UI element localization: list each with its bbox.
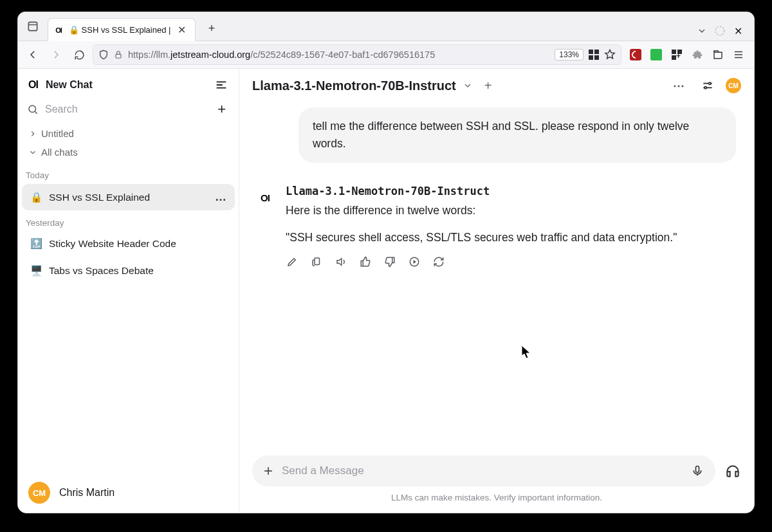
headphones-icon[interactable] <box>724 463 741 479</box>
url-text: https://llm.jetstream-cloud.org/c/52524c… <box>128 50 435 60</box>
svg-point-1 <box>715 26 724 35</box>
attach-button[interactable]: + <box>264 462 273 480</box>
app-logo[interactable]: OI <box>28 79 38 91</box>
address-bar[interactable]: https://llm.jetstream-cloud.org/c/52524c… <box>93 44 621 65</box>
edit-icon[interactable] <box>286 255 299 268</box>
extensions-puzzle-icon[interactable] <box>691 48 704 61</box>
chat-item[interactable]: 🖥️ Tabs vs Spaces Debate <box>22 259 235 283</box>
header-user-avatar[interactable]: CM <box>726 78 741 93</box>
recent-history-button[interactable] <box>22 15 44 37</box>
app-content: OI New Chat + Untitled All c <box>18 69 754 513</box>
search-icon <box>27 104 39 115</box>
svg-rect-0 <box>28 22 37 30</box>
forward-button[interactable] <box>46 45 66 64</box>
svg-rect-2 <box>116 54 121 58</box>
chat-item[interactable]: 🔝 Sticky Website Header Code <box>22 232 235 256</box>
chat-item-emoji: 🔝 <box>30 238 42 250</box>
message-actions <box>286 255 735 268</box>
chat-item-title: SSH vs SSL Explained <box>49 192 150 203</box>
main-pane: Llama-3.1-Nemotron-70B-Instruct + ⋯ CM t… <box>239 69 754 513</box>
qr-icon[interactable] <box>589 50 599 60</box>
settings-sliders-icon[interactable] <box>701 79 714 92</box>
downloads-icon[interactable] <box>712 48 724 61</box>
assistant-message: OI Llama-3.1-Nemotron-70B-Instruct Here … <box>250 182 739 271</box>
user-avatar: CM <box>28 482 50 504</box>
window-close-button[interactable]: ✕ <box>732 25 744 37</box>
protection-dashboard-icon[interactable] <box>714 25 726 37</box>
sidebar: OI New Chat + Untitled All c <box>18 69 239 513</box>
tab-strip: OI 🔒 SSH vs SSL Explained | ✕ + ✕ <box>18 12 754 41</box>
conversation-header: Llama-3.1-Nemotron-70B-Instruct + ⋯ CM <box>239 69 754 98</box>
url-toolbar: https://llm.jetstream-cloud.org/c/52524c… <box>18 41 754 69</box>
ublock-icon[interactable] <box>629 48 642 61</box>
sidebar-collapse-icon[interactable] <box>214 78 228 92</box>
user-message-text: tell me the difference between SSH and S… <box>313 120 689 150</box>
user-message[interactable]: tell me the difference between SSH and S… <box>299 107 736 163</box>
thumbs-down-icon[interactable] <box>383 255 396 268</box>
chat-item-emoji: 🖥️ <box>30 265 42 277</box>
copy-icon[interactable] <box>310 255 323 268</box>
disclaimer-text: LLMs can make mistakes. Verify important… <box>252 493 741 502</box>
user-account-button[interactable]: CM Chris Martin <box>18 473 239 513</box>
chat-item-title: Tabs vs Spaces Debate <box>49 265 154 277</box>
extension-green-icon[interactable] <box>650 48 663 61</box>
section-yesterday-label: Yesterday <box>18 212 239 230</box>
svg-point-3 <box>29 105 36 113</box>
new-tab-button[interactable]: + <box>202 19 221 38</box>
back-button[interactable] <box>23 45 42 64</box>
new-chat-button[interactable]: New Chat <box>46 79 207 91</box>
search-input[interactable] <box>45 104 207 115</box>
browser-tab[interactable]: OI 🔒 SSH vs SSL Explained | ✕ <box>48 18 196 41</box>
speak-icon[interactable] <box>335 255 347 268</box>
svg-point-4 <box>709 82 711 84</box>
all-chats-toggle[interactable]: All chats <box>23 143 234 161</box>
lock-icon[interactable] <box>114 50 123 59</box>
section-today-label: Today <box>18 164 239 183</box>
svg-rect-8 <box>696 466 699 473</box>
browser-window: OI 🔒 SSH vs SSL Explained | ✕ + ✕ https:… <box>17 12 755 513</box>
conversation-more-button[interactable]: ⋯ <box>673 78 686 93</box>
thumbs-up-icon[interactable] <box>359 255 372 268</box>
svg-point-5 <box>704 87 706 89</box>
shield-icon[interactable] <box>98 50 109 60</box>
chat-item-emoji: 🔒 <box>30 192 42 203</box>
list-tabs-button[interactable] <box>696 25 708 37</box>
hamburger-menu-icon[interactable] <box>732 48 745 61</box>
close-tab-button[interactable]: ✕ <box>176 24 187 36</box>
bookmark-star-icon[interactable] <box>604 49 616 60</box>
untitled-folder[interactable]: Untitled <box>23 124 234 143</box>
addons-grid-icon[interactable] <box>670 48 683 61</box>
composer: + LLMs can make mistakes. Verify importa… <box>239 450 754 513</box>
conversation-scroll[interactable]: tell me the difference between SSH and S… <box>239 98 754 450</box>
mic-icon[interactable] <box>691 464 704 477</box>
svg-rect-6 <box>315 258 320 265</box>
assistant-message-text[interactable]: Here is the difference in twelve words: … <box>286 201 735 246</box>
zoom-level[interactable]: 133% <box>555 49 584 60</box>
reload-button[interactable] <box>69 45 89 64</box>
assistant-name-label: Llama-3.1-Nemotron-70B-Instruct <box>286 185 735 197</box>
chat-item-title: Sticky Website Header Code <box>49 238 176 250</box>
compose-box[interactable]: + <box>252 455 715 486</box>
untitled-folder-label: Untitled <box>41 128 74 139</box>
message-input[interactable] <box>282 464 682 477</box>
tab-favicon: OI <box>53 25 64 35</box>
add-model-button[interactable]: + <box>479 78 492 93</box>
continue-icon[interactable] <box>408 255 421 268</box>
user-name-label: Chris Martin <box>59 487 115 499</box>
regenerate-icon[interactable] <box>432 255 445 268</box>
assistant-avatar: OI <box>253 186 277 209</box>
chat-item-active[interactable]: 🔒 SSH vs SSL Explained … <box>22 184 235 210</box>
tab-title: 🔒 SSH vs SSL Explained | <box>69 25 170 35</box>
chevron-down-icon[interactable] <box>463 80 473 91</box>
new-chat-plus-button[interactable]: + <box>214 101 230 118</box>
all-chats-label: All chats <box>41 147 78 158</box>
model-selector[interactable]: Llama-3.1-Nemotron-70B-Instruct <box>252 78 456 93</box>
chat-item-more-button[interactable]: … <box>215 190 227 204</box>
